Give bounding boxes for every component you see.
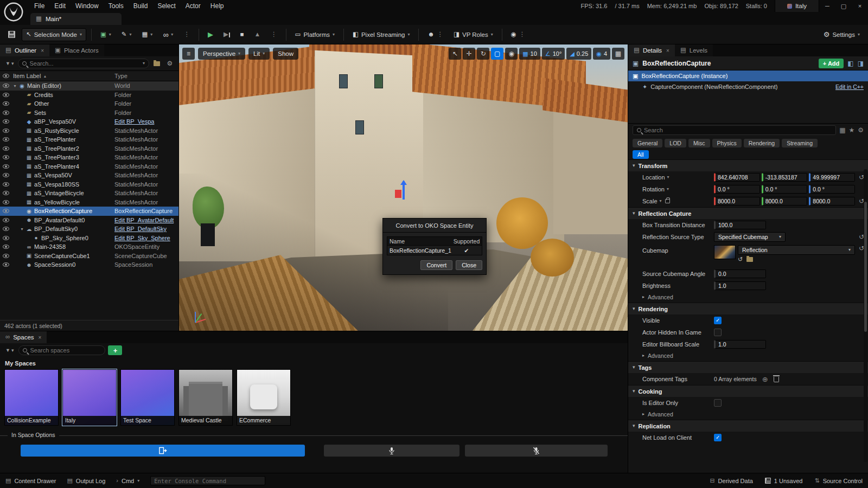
settings-dropdown[interactable]: ⚙ Settings ▾ [820,28,864,41]
reflection-advanced-expander[interactable]: ▸Advanced [628,292,868,303]
microphone-button[interactable] [324,445,459,457]
menu-item[interactable]: Build [129,0,153,12]
filter-button[interactable]: ▼▾ [3,60,16,67]
visibility-eye-icon[interactable] [0,111,12,115]
gear-icon[interactable]: ⚙ [858,127,864,133]
section-reflection-capture[interactable]: ▾Reflection Capture [628,207,868,219]
visible-checkbox[interactable] [714,317,722,324]
rotation-x-field[interactable]: 0.0 ° [714,185,760,194]
tab-main-level[interactable]: ▦ Main* [30,13,122,25]
project-tab-italy[interactable]: Italy [775,0,819,12]
close-tab-icon[interactable]: × [41,48,44,54]
visibility-eye-icon[interactable] [0,245,12,249]
section-transform[interactable]: ▾Transform [628,159,868,171]
table-row[interactable]: ▾ BP_DefaultSky0 Edit BP_DefaultSky [0,224,178,234]
cooking-advanced-expander[interactable]: ▸Advanced [628,409,868,420]
show-flags-dropdown[interactable]: Show [273,48,298,60]
search-spaces-input[interactable] [30,347,101,354]
scale-y-field[interactable]: 8000.0 [762,197,808,206]
favorites-star-icon[interactable]: ★ [848,127,854,133]
viewport-menu-button[interactable]: ≡ [182,48,195,60]
table-row[interactable]: aS_Vespa50V StaticMeshActor [0,171,178,180]
location-z-field[interactable]: 49.999997 [809,173,855,182]
rotation-z-field[interactable]: 0.0 ° [809,185,855,194]
editor-only-checkbox[interactable] [714,399,722,407]
select-tool-button[interactable]: ↖ [449,48,461,60]
box-transition-field[interactable]: 100.0 [714,221,766,229]
scale-snap-control[interactable]: ◢ 0.25 [566,48,591,60]
leave-space-button[interactable] [21,445,305,457]
browse-to-asset-icon[interactable] [746,257,753,262]
menu-item[interactable]: Window [71,0,104,12]
table-row[interactable]: Main-24358 OKOSpaceEntity [0,242,178,252]
visibility-eye-icon[interactable] [0,173,12,177]
viewport-layout-button[interactable]: ▦ [612,48,624,60]
cubemap-dropdown[interactable]: Reflection▾ [738,245,855,255]
filter-chip[interactable]: Physics [712,139,742,147]
rotation-snap-control[interactable]: ∠ 10° [542,48,565,60]
trash-icon[interactable] [774,377,779,382]
add-actor-button[interactable]: ▣▾ [97,28,115,41]
console-command-input[interactable] [150,476,265,485]
table-row[interactable]: aS_VintageBicycle StaticMeshActor [0,189,178,198]
outliner-search[interactable]: ▾ [18,59,149,68]
world-local-toggle[interactable]: ◉ [505,48,518,60]
table-row[interactable]: aS_TreePlanter StaticMeshActor [0,135,178,144]
selection-mode-dropdown[interactable]: ↖ Selection Mode ▾ [22,28,86,41]
perspective-dropdown[interactable]: Perspective▾ [198,48,245,60]
rotation-y-field[interactable]: 0.0 ° [762,185,808,194]
close-tab-icon[interactable]: × [39,335,42,341]
play-options-button[interactable]: ⋮ [267,28,281,41]
table-row[interactable]: SceneCaptureCube1 SceneCaptureCube [0,252,178,261]
details-scrollbar[interactable] [864,169,867,462]
brightness-field[interactable]: 1.0 [714,281,766,290]
table-row[interactable]: ▾ Main (Editor) World [0,81,178,91]
rendering-advanced-expander[interactable]: ▸Advanced [628,350,868,361]
level-sequence-button[interactable]: ▦▾ [138,28,156,41]
location-x-field[interactable]: 842.640708 [714,173,760,182]
avatar-button[interactable]: ☻⋮ [424,28,447,41]
eject-button[interactable]: ▲ [251,28,264,41]
source-type-dropdown[interactable]: Specified Cubemap▾ [714,232,786,242]
table-row[interactable]: as_YellowBicycle StaticMeshActor [0,198,178,207]
search-input[interactable] [29,60,140,67]
add-space-button[interactable]: + [108,345,122,355]
play-button[interactable]: ▶ [204,28,217,41]
filter-button[interactable]: ▼▾ [3,347,16,354]
edit-in-cpp-link[interactable]: Edit in C++ [835,84,864,90]
move-tool-button[interactable]: ✛ [463,48,475,60]
menu-item[interactable]: Help [206,0,229,12]
section-replication[interactable]: ▾Replication [628,420,868,432]
net-load-checkbox[interactable] [714,434,722,441]
pixel-streaming-dropdown[interactable]: ◧ Pixel Streaming ▾ [349,28,413,41]
visibility-eye-icon[interactable] [0,200,12,204]
visibility-eye-icon[interactable] [0,218,12,222]
visibility-eye-icon[interactable] [0,254,12,258]
column-type[interactable]: Type [114,73,178,79]
gizmo-red-handle[interactable] [395,190,401,198]
cubemap-thumbnail[interactable] [714,245,736,259]
stop-button[interactable]: ■ [237,28,248,41]
dialog-row[interactable]: BoxReflectionCapture_1 ✔ [387,246,482,255]
space-card[interactable]: CollisionExample [4,369,59,426]
tab-spaces[interactable]: ∞ Spaces × [0,331,47,343]
add-element-icon[interactable]: ⊕ [762,376,768,383]
billboard-scale-field[interactable]: 1.0 [714,340,766,349]
expand-caret-icon[interactable]: ▾ [12,84,18,88]
add-component-button[interactable]: + Add [819,59,844,68]
table-row[interactable]: BoxReflectionCapture BoxReflectionCaptur… [0,207,178,216]
visibility-eye-icon[interactable] [0,227,12,231]
convert-button[interactable]: Convert [420,260,452,270]
tab-levels[interactable]: ▤ Levels [675,44,713,56]
menu-item[interactable]: Select [152,0,180,12]
space-card[interactable]: ECommerce [237,369,291,426]
grid-snap-control[interactable]: ▦ 10 [519,48,540,60]
use-selected-asset-icon[interactable]: ↺ [738,256,743,262]
rotation-label[interactable]: Rotation▾ [642,186,714,192]
create-folder-button[interactable] [151,58,162,69]
section-tags[interactable]: ▾Tags [628,361,868,373]
lit-mode-dropdown[interactable]: Lit▾ [248,48,270,60]
table-row[interactable]: aBP_Vespa50V Edit BP_Vespa [0,117,178,126]
camera-speed-control[interactable]: ◉ 4 [593,48,610,60]
component-row[interactable]: ✦ CaptureComponent (NewReflectionCompone… [628,81,868,92]
